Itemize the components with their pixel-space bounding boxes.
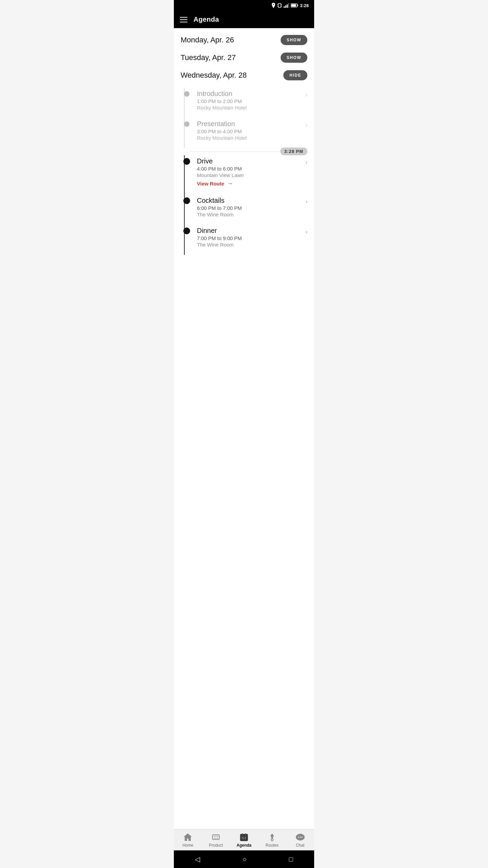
event-item-presentation[interactable]: Presentation 3:00 PM to 4:00 PM Rocky Mo… bbox=[190, 118, 307, 148]
day-label-apr26: Monday, Apr. 26 bbox=[181, 36, 234, 44]
event-location-intro: Rocky Mountain Hotel bbox=[197, 105, 307, 111]
event-location-drive: Mountain View Lawn bbox=[197, 172, 307, 178]
nav-label-chat: Chat bbox=[296, 843, 304, 848]
svg-rect-8 bbox=[288, 3, 289, 8]
location-icon bbox=[271, 3, 276, 8]
signal-icon bbox=[284, 3, 289, 8]
event-title-presentation: Presentation bbox=[197, 120, 235, 127]
day-section-apr28: Wednesday, Apr. 28 HIDE bbox=[181, 70, 307, 80]
event-time-dinner: 7:00 PM to 9:00 PM bbox=[197, 235, 307, 241]
home-icon bbox=[183, 833, 192, 842]
event-title-dinner: Dinner bbox=[197, 227, 217, 234]
timeline-dot-dinner bbox=[183, 228, 190, 234]
svg-rect-0 bbox=[278, 3, 281, 7]
event-time-intro: 1:00 PM to 2:00 PM bbox=[197, 98, 307, 104]
nav-label-home: Home bbox=[182, 843, 193, 848]
hide-btn-apr28[interactable]: HIDE bbox=[283, 70, 307, 80]
event-location-dinner: The Wine Room bbox=[197, 242, 307, 248]
event-title-cocktails: Cocktails bbox=[197, 197, 224, 204]
svg-rect-1 bbox=[278, 4, 278, 5]
android-recents-btn[interactable]: □ bbox=[289, 855, 293, 863]
view-route-label: View Route bbox=[197, 181, 224, 186]
show-btn-apr27[interactable]: SHOW bbox=[281, 53, 307, 63]
event-title-drive: Drive bbox=[197, 157, 213, 165]
svg-rect-4 bbox=[281, 6, 282, 7]
header-title: Agenda bbox=[194, 16, 219, 23]
nav-label-product: Product bbox=[209, 843, 223, 848]
svg-rect-3 bbox=[281, 4, 282, 5]
present-events-section: Drive 4:00 PM to 6:00 PM Mountain View L… bbox=[181, 155, 307, 255]
svg-rect-2 bbox=[278, 6, 278, 7]
timeline-dot-intro bbox=[184, 91, 189, 97]
svg-point-17 bbox=[216, 838, 217, 839]
svg-rect-10 bbox=[297, 5, 298, 6]
svg-point-18 bbox=[217, 838, 218, 839]
svg-rect-6 bbox=[285, 5, 286, 8]
svg-rect-29 bbox=[245, 839, 246, 839]
android-nav-bar: ◁ ○ □ bbox=[174, 850, 314, 868]
timeline-dot-drive bbox=[183, 158, 190, 165]
event-item-cocktails[interactable]: Cocktails 6:00 PM to 7:00 PM The Wine Ro… bbox=[190, 195, 307, 225]
event-arrow-cocktails: › bbox=[306, 199, 307, 205]
svg-point-34 bbox=[301, 837, 302, 838]
bottom-nav: Home Product Agenda bbox=[174, 829, 314, 850]
event-title-intro: Introduction bbox=[197, 90, 232, 97]
svg-rect-5 bbox=[284, 6, 285, 8]
event-item-dinner[interactable]: Dinner 7:00 PM to 9:00 PM The Wine Room … bbox=[190, 225, 307, 255]
agenda-icon bbox=[239, 833, 249, 842]
status-bar: 3:28 bbox=[174, 0, 314, 11]
event-location-presentation: Rocky Mountain Hotel bbox=[197, 135, 307, 141]
svg-point-16 bbox=[214, 838, 215, 839]
android-home-btn[interactable]: ○ bbox=[242, 855, 246, 863]
view-route-button[interactable]: View Route → bbox=[197, 180, 307, 187]
svg-point-32 bbox=[298, 837, 299, 838]
svg-point-14 bbox=[216, 836, 217, 837]
event-arrow-intro: › bbox=[306, 92, 307, 98]
event-time-presentation: 3:00 PM to 4:00 PM bbox=[197, 129, 307, 134]
svg-point-15 bbox=[217, 836, 218, 837]
current-time-badge: 3:28 PM bbox=[280, 147, 307, 155]
svg-point-30 bbox=[271, 839, 273, 841]
svg-rect-22 bbox=[245, 833, 246, 835]
day-label-apr28: Wednesday, Apr. 28 bbox=[181, 71, 247, 80]
event-time-drive: 4:00 PM to 6:00 PM bbox=[197, 166, 307, 172]
nav-item-routes[interactable]: Routes bbox=[258, 833, 286, 848]
vibrate-icon bbox=[277, 3, 282, 8]
time-divider-container: 3:28 PM bbox=[190, 152, 307, 152]
event-item-intro[interactable]: Introduction 1:00 PM to 2:00 PM Rocky Mo… bbox=[190, 88, 307, 118]
chat-icon bbox=[295, 833, 305, 842]
timeline-dot-presentation bbox=[184, 121, 189, 127]
svg-rect-28 bbox=[243, 839, 244, 839]
nav-item-chat[interactable]: Chat bbox=[286, 833, 314, 848]
app-header: Agenda bbox=[174, 11, 314, 28]
status-icons: 3:28 bbox=[271, 3, 309, 8]
day-section-apr26: Monday, Apr. 26 SHOW bbox=[181, 35, 307, 45]
nav-label-routes: Routes bbox=[266, 843, 279, 848]
main-content: Monday, Apr. 26 SHOW Tuesday, Apr. 27 SH… bbox=[174, 28, 314, 829]
svg-rect-7 bbox=[287, 4, 288, 8]
event-item-drive[interactable]: Drive 4:00 PM to 6:00 PM Mountain View L… bbox=[190, 155, 307, 195]
status-time: 3:28 bbox=[300, 3, 309, 8]
nav-item-product[interactable]: Product bbox=[202, 833, 230, 848]
event-arrow-dinner: › bbox=[306, 229, 307, 235]
event-arrow-drive: › bbox=[306, 159, 307, 165]
svg-rect-12 bbox=[212, 835, 219, 840]
nav-item-home[interactable]: Home bbox=[174, 833, 202, 848]
svg-rect-24 bbox=[242, 837, 243, 838]
past-events-section: Introduction 1:00 PM to 2:00 PM Rocky Mo… bbox=[181, 88, 307, 148]
android-back-btn[interactable]: ◁ bbox=[195, 855, 200, 863]
routes-icon bbox=[267, 833, 277, 842]
battery-icon bbox=[291, 3, 298, 7]
svg-rect-11 bbox=[291, 4, 296, 7]
product-icon bbox=[211, 833, 221, 842]
show-btn-apr26[interactable]: SHOW bbox=[281, 35, 307, 45]
timeline-dot-cocktails bbox=[183, 197, 190, 204]
event-location-cocktails: The Wine Room bbox=[197, 212, 307, 217]
day-label-apr27: Tuesday, Apr. 27 bbox=[181, 53, 236, 62]
nav-item-agenda[interactable]: Agenda bbox=[230, 833, 258, 848]
menu-button[interactable] bbox=[180, 17, 187, 22]
day-section-apr27: Tuesday, Apr. 27 SHOW bbox=[181, 53, 307, 63]
svg-rect-25 bbox=[243, 837, 244, 838]
view-route-arrow-icon: → bbox=[227, 180, 233, 187]
nav-label-agenda: Agenda bbox=[237, 843, 251, 848]
